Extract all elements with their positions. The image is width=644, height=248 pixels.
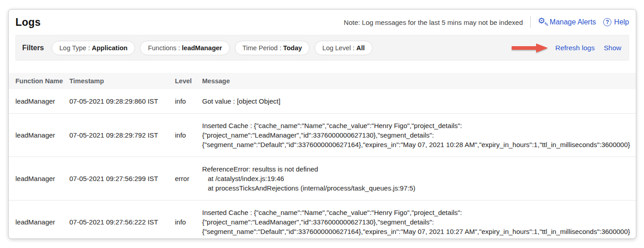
table-row: leadManager 07-05-2021 09:28:29:792 IST … (9, 114, 636, 157)
col-header-level: Level (175, 77, 202, 85)
table-header-row: Function Name Timestamp Level Message (9, 73, 636, 89)
cell-message: Got value : [object Object] (202, 96, 630, 106)
filters-label: Filters (22, 44, 44, 52)
table-row: leadManager 07-05-2021 09:28:29:860 IST … (9, 89, 636, 114)
pill-label: Log Level : (322, 44, 354, 52)
pill-label: Time Period : (242, 44, 281, 52)
question-circle-icon: ? (603, 18, 611, 26)
logs-page-card: Logs Note: Log messages for the last 5 m… (8, 9, 636, 239)
filter-pill-log-level[interactable]: Log Level :All (315, 41, 372, 55)
table-row: leadManager 07-05-2021 09:27:56:299 IST … (9, 157, 636, 200)
cell-level: info (175, 97, 202, 105)
filters-actions: Refresh logs Show (512, 43, 621, 53)
header-divider (530, 16, 531, 28)
page-title: Logs (15, 16, 41, 29)
filter-pill-functions[interactable]: Functions :leadManager (140, 41, 230, 55)
cell-timestamp: 07-05-2021 09:27:56:222 IST (69, 218, 175, 226)
logs-table: Function Name Timestamp Level Message le… (9, 73, 636, 239)
refresh-logs-link[interactable]: Refresh logs (555, 44, 595, 52)
filter-pill-log-type[interactable]: Log Type :Application (52, 41, 135, 55)
filters-group: Filters Log Type :Application Functions … (22, 41, 373, 55)
filter-pill-time-period[interactable]: Time Period :Today (235, 41, 310, 55)
col-header-function-name: Function Name (15, 77, 69, 85)
page-header: Logs Note: Log messages for the last 5 m… (15, 14, 629, 30)
pill-label: Log Type : (59, 44, 90, 52)
cell-timestamp: 07-05-2021 09:28:29:792 IST (69, 131, 175, 139)
help-label: Help (614, 18, 629, 26)
cell-message: Inserted Cache : {"cache_name":"Name","c… (202, 208, 630, 236)
col-header-message: Message (202, 77, 630, 85)
index-note: Note: Log messages for the last 5 mins m… (344, 19, 523, 26)
cell-message: Inserted Cache : {"cache_name":"Name","c… (202, 121, 630, 149)
header-actions: Note: Log messages for the last 5 mins m… (344, 16, 629, 28)
col-header-timestamp: Timestamp (69, 77, 175, 85)
cell-message: ReferenceError: resultss is not defined … (202, 164, 630, 193)
cell-timestamp: 07-05-2021 09:27:56:299 IST (69, 175, 175, 182)
manage-alerts-link[interactable]: ⚙ ✎ Manage Alerts (538, 18, 596, 27)
gear-pencil-icon: ⚙ ✎ (538, 18, 547, 27)
cell-function-name: leadManager (15, 97, 69, 105)
pill-value: All (356, 44, 365, 52)
cell-function-name: leadManager (15, 175, 69, 182)
cell-level: info (175, 131, 202, 139)
manage-alerts-label: Manage Alerts (550, 18, 596, 26)
help-link[interactable]: ? Help (603, 18, 629, 26)
pill-value: leadManager (182, 44, 222, 52)
cell-timestamp: 07-05-2021 09:28:29:860 IST (69, 97, 175, 105)
pill-label: Functions : (148, 44, 180, 52)
cell-function-name: leadManager (15, 218, 69, 226)
cell-function-name: leadManager (15, 131, 69, 139)
filters-bar: Filters Log Type :Application Functions … (15, 35, 629, 61)
cell-level: error (175, 175, 202, 182)
cell-level: info (175, 218, 202, 226)
show-link[interactable]: Show (604, 44, 621, 52)
pill-value: Today (283, 44, 302, 52)
pill-value: Application (92, 44, 127, 52)
table-row: leadManager 07-05-2021 09:27:56:222 IST … (9, 200, 636, 239)
annotation-arrow-icon (512, 43, 549, 53)
